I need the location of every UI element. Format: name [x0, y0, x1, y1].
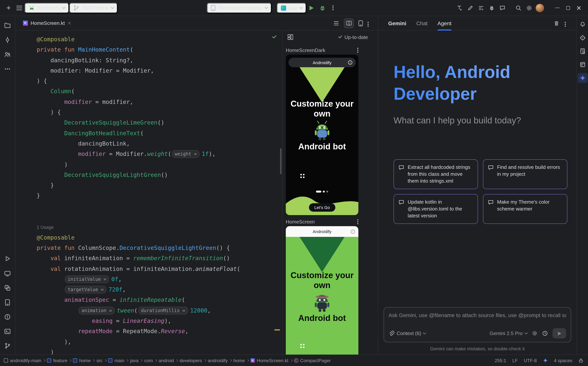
file-encoding[interactable]: UTF-8	[524, 358, 537, 363]
model-selector[interactable]: Gemini 2.5 Pro	[490, 330, 527, 336]
breadcrumb-item[interactable]: feature	[47, 358, 68, 363]
ai-tasks-button[interactable]	[476, 2, 486, 13]
breadcrumb-item[interactable]: CCompactPager	[294, 358, 331, 363]
code-line[interactable]: initialValue =0f,	[37, 274, 282, 285]
breadcrumb-item[interactable]: developers	[180, 358, 202, 363]
code-line[interactable]: ) {	[37, 76, 282, 86]
layout-inspector-tool-button[interactable]	[578, 60, 588, 69]
preview-homescreendark[interactable]: Androidify i Customize your own	[286, 55, 358, 215]
editor-scrollbar[interactable]	[280, 148, 282, 174]
gemini-input-box[interactable]: Ask Gemini, use @filename to attach sour…	[384, 307, 571, 342]
code-line[interactable]: )	[37, 347, 282, 355]
preview-homescreen[interactable]: Androidify i Customize your own	[286, 226, 358, 355]
caret-position[interactable]: 255:1	[495, 358, 506, 363]
ai-chat-button[interactable]	[497, 2, 508, 13]
project-tool-button[interactable]	[2, 19, 13, 31]
running-devices-tool-button[interactable]	[2, 267, 13, 279]
version-control-tool-button[interactable]	[2, 340, 13, 351]
breadcrumb-item[interactable]: android	[159, 358, 174, 363]
code-line[interactable]: Column(	[37, 86, 282, 97]
code-line[interactable]: animation =tween(durationMillis =12000,	[37, 305, 282, 316]
editor-tab-homescreen[interactable]: K HomeScreen.kt	[20, 16, 74, 30]
code-line[interactable]: @Composable	[37, 232, 282, 243]
code-line[interactable]	[37, 212, 282, 222]
breadcrumb-item[interactable]: home	[73, 358, 91, 363]
settings-button[interactable]	[524, 2, 535, 13]
gemini-options-button[interactable]	[565, 20, 566, 26]
app-insights-tool-button[interactable]	[578, 46, 588, 56]
breadcrumb-item[interactable]: home	[233, 358, 245, 363]
suggestion-card[interactable]: Find and resolve build errors in my proj…	[483, 159, 567, 189]
profiler-tool-button[interactable]	[578, 33, 588, 43]
code-line[interactable]	[37, 201, 282, 212]
code-line[interactable]: repeatMode = RepeatMode.Reverse,	[37, 327, 282, 337]
clear-chat-button[interactable]	[554, 20, 559, 26]
breadcrumb-item[interactable]: main	[108, 358, 124, 363]
terminal-tool-button[interactable]	[2, 326, 13, 337]
history-button[interactable]	[542, 330, 548, 336]
suggestion-card[interactable]: Extract all hardcoded strings from this …	[394, 159, 478, 189]
commit-tool-button[interactable]	[2, 34, 13, 46]
code-line[interactable]: val infiniteAnimation = rememberInfinite…	[37, 253, 282, 264]
code-line[interactable]: DecorativeSquiggleLightGreen()	[37, 170, 282, 181]
preview-menu-icon[interactable]	[357, 50, 358, 51]
code-view-button[interactable]	[333, 20, 339, 26]
line-separator[interactable]: LF	[512, 358, 518, 363]
gemini-settings-button[interactable]	[532, 330, 538, 336]
device-selector[interactable]: Resizable Emulator	[207, 2, 271, 13]
tab-agent[interactable]: Agent	[437, 16, 451, 30]
code-line[interactable]: val rotationAnimation = infiniteAnimatio…	[37, 264, 282, 274]
code-line[interactable]: }	[37, 191, 282, 201]
more-tool-windows-button[interactable]	[2, 63, 13, 75]
code-line[interactable]: animationSpec = infiniteRepeatable(	[37, 295, 282, 306]
preview-gallery-button[interactable]	[287, 34, 293, 40]
code-line[interactable]: modifier = Modifier.weight(weight =1f),	[37, 149, 282, 160]
code-line[interactable]: dancingBotLink: String?,	[37, 55, 282, 66]
code-line[interactable]: targetValue =720f,	[37, 285, 282, 295]
code-line[interactable]: dancingBotLink,	[37, 139, 282, 149]
more-actions-button[interactable]	[328, 2, 338, 13]
code-line[interactable]: DancingBotHeadlineText(	[37, 128, 282, 139]
pull-requests-tool-button[interactable]	[2, 48, 13, 60]
run-button[interactable]	[306, 2, 317, 13]
run-configuration-selector[interactable]: app	[276, 2, 306, 13]
main-menu-button[interactable]	[14, 2, 24, 13]
gemini-tool-button[interactable]	[578, 73, 588, 83]
preview-device-button[interactable]	[358, 20, 363, 26]
notifications-button[interactable]	[578, 19, 588, 30]
tab-chat[interactable]: Chat	[416, 16, 428, 30]
code-line[interactable]: ),	[37, 337, 282, 347]
editor-options-button[interactable]	[367, 20, 369, 26]
close-tab-icon[interactable]	[68, 21, 71, 25]
run-tool-button[interactable]	[2, 253, 13, 264]
window-close-button[interactable]	[573, 2, 584, 13]
breadcrumb-item[interactable]: com	[144, 358, 153, 363]
breadcrumb-item[interactable]: src	[97, 358, 103, 363]
code-editor[interactable]: @Composableprivate fun MainHomeContent( …	[15, 30, 282, 355]
code-line[interactable]: private fun MainHomeContent(	[37, 45, 282, 55]
send-button[interactable]	[552, 328, 566, 338]
lets-go-button[interactable]: Let's Go	[309, 203, 335, 212]
problems-tool-button[interactable]	[2, 311, 13, 322]
ai-transform-button[interactable]	[454, 2, 465, 13]
preview-menu-icon[interactable]	[357, 221, 358, 222]
project-selector[interactable]: Androidify	[24, 2, 69, 13]
packages-tool-button[interactable]	[2, 282, 13, 293]
code-line[interactable]: DecorativeSquiggleLimeGreen()	[37, 118, 282, 128]
split-view-button[interactable]	[344, 18, 354, 28]
breadcrumb-item[interactable]: androidify-main	[4, 358, 41, 363]
code-line[interactable]: @Composable	[37, 34, 282, 45]
code-line[interactable]: 1 Usage	[37, 222, 282, 233]
code-line[interactable]: modifier = modifier,	[37, 97, 282, 107]
code-line[interactable]: modifier: Modifier = Modifier,	[37, 66, 282, 76]
code-line[interactable]: }	[37, 180, 282, 191]
suggestion-card[interactable]: Make my Theme's color scheme warmer	[483, 194, 567, 224]
window-maximize-button[interactable]	[563, 2, 573, 13]
code-line[interactable]: private fun ColumnScope.DecorativeSquigg…	[37, 243, 282, 253]
code-line[interactable]: ) {	[37, 107, 282, 118]
gemini-input[interactable]: Ask Gemini, use @filename to attach sour…	[389, 312, 566, 318]
indent-setting[interactable]: 4 spaces	[554, 358, 572, 363]
emulator-tool-button[interactable]	[2, 297, 13, 308]
ai-debug-button[interactable]	[486, 2, 497, 13]
readonly-lock-icon[interactable]	[579, 358, 583, 363]
